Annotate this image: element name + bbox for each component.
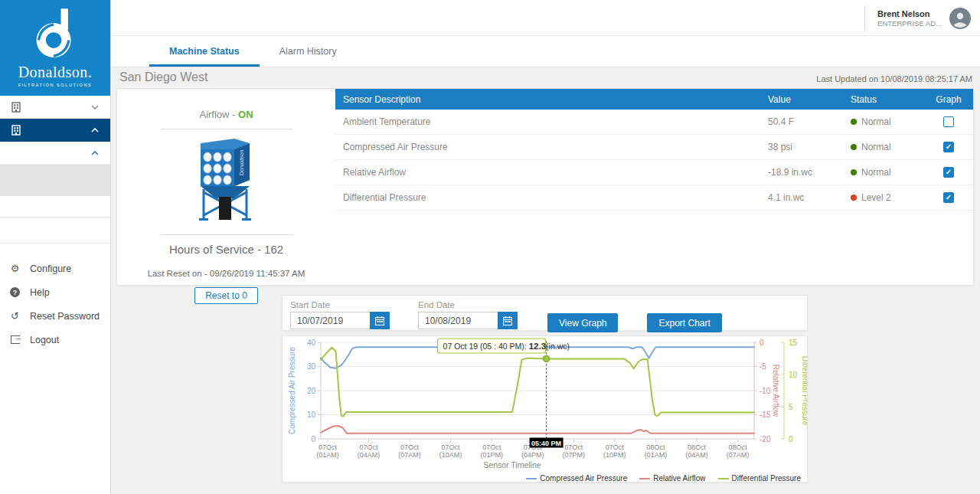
sidebar-item-label: Help <box>30 287 50 298</box>
date-range-panel: Start Date End Date <box>282 295 808 331</box>
left-axis-tick-label: 30 <box>307 362 316 371</box>
sidebar-item-label: Configure <box>30 263 71 274</box>
x-tick-label: 07Oct <box>564 443 583 451</box>
differential-tick-label: 5 <box>789 403 793 411</box>
tab-alarm-history[interactable]: Alarm History <box>260 36 357 67</box>
graph-checkbox[interactable] <box>943 116 954 127</box>
cell-sensor-description: Differential Pressure <box>335 192 768 203</box>
status-label: Level 2 <box>861 192 891 203</box>
status-label: Normal <box>861 167 891 178</box>
sidebar-spacer <box>0 218 110 244</box>
cell-value: 38 psi <box>768 142 851 152</box>
graph-checkbox[interactable]: ✓ <box>943 142 954 152</box>
end-date-input[interactable] <box>418 312 498 329</box>
sidebar-item-company[interactable] <box>0 96 110 119</box>
x-axis-title: Sensor Timeline <box>483 460 541 469</box>
x-tick-label: (10AM) <box>439 451 462 459</box>
user-role: ENTERPRISE AD... <box>877 19 942 28</box>
reset-icon: ↺ <box>9 310 21 322</box>
cell-graph: ✓ <box>924 142 973 152</box>
sidebar-item-selected-machine[interactable] <box>0 165 110 196</box>
x-tick-label: 07Oct <box>482 443 501 451</box>
left-axis-tick-label: 20 <box>307 387 316 395</box>
x-tick-label: (04AM) <box>358 451 381 459</box>
relative-airflow-tick-label: -5 <box>760 362 766 371</box>
cell-sensor-description: Ambient Temperature <box>335 116 768 127</box>
x-tick-label: (01AM) <box>645 451 668 459</box>
table-body: Ambient Temperature50.4 FNormalCompresse… <box>335 110 973 211</box>
reset-to-zero-button[interactable]: Reset to 0 <box>194 287 258 304</box>
relative-airflow-axis-title: Relative Airflow <box>772 365 780 417</box>
legend-label: Compressed Air Pressure <box>540 474 627 483</box>
help-icon: ? <box>9 286 21 298</box>
topbar: Brent Nelson ENTERPRISE AD... <box>111 0 980 36</box>
legend-item[interactable]: Relative Airflow <box>639 474 705 483</box>
table-row: Relative Airflow-18.9 in.wcNormal✓ <box>335 160 973 185</box>
gear-icon: ⚙ <box>9 263 21 274</box>
legend-item[interactable]: Differential Pressure <box>718 474 801 483</box>
help-icon: ? <box>10 287 20 297</box>
sidebar-item-site[interactable] <box>0 119 110 142</box>
x-tick-label: 07Oct <box>359 443 378 451</box>
cell-sensor-description: Compressed Air Pressure <box>335 142 768 152</box>
left-axis-title: Compressed Air Pressure <box>288 347 296 434</box>
differential-tick-label: 0 <box>789 435 793 443</box>
user-name: Brent Nelson <box>877 9 942 18</box>
legend-swatch <box>718 478 729 479</box>
status-dot <box>851 144 857 150</box>
start-date-calendar-button[interactable] <box>370 312 390 329</box>
tab-machine-status[interactable]: Machine Status <box>149 36 260 67</box>
sidebar-item-configure[interactable]: ⚙Configure <box>0 257 110 280</box>
divider <box>864 5 865 31</box>
chevron-up-icon <box>91 151 99 155</box>
end-date-group: End Date <box>418 300 537 329</box>
differential-pressure-axis-title: Differential Pressure <box>801 356 807 426</box>
building-icon <box>11 125 21 136</box>
x-tick-label: (01AM) <box>316 451 339 459</box>
status-label: Normal <box>861 142 891 152</box>
sensor-timeline-chart[interactable]: 0102030400-5-10-15-20151050Compressed Ai… <box>283 336 807 471</box>
cell-value: 4.1 in.wc <box>768 192 851 203</box>
x-tick-label: 07Oct <box>442 443 461 451</box>
hover-marker <box>544 355 550 362</box>
table-row: Differential Pressure4.1 in.wcLevel 2✓ <box>335 185 973 211</box>
cell-value: -18.9 in.wc <box>768 167 851 178</box>
dust-collector-image: Donaldson <box>190 136 263 223</box>
sidebar-item-machine-group[interactable] <box>0 142 110 165</box>
table-header: Sensor Description Value Status Graph <box>335 89 973 110</box>
collector-column: Airflow - ON Donaldson <box>117 89 335 285</box>
avatar[interactable] <box>949 8 971 29</box>
sidebar-item-logout[interactable]: Logout <box>0 328 110 352</box>
brand-name: Donaldson. <box>18 64 93 81</box>
legend-label: Relative Airflow <box>653 474 705 483</box>
x-tick-label: (04AM) <box>685 451 708 459</box>
x-tick-label: (01PM) <box>480 451 503 459</box>
calendar-icon <box>375 316 384 326</box>
relative-airflow-tick-label: 0 <box>760 339 764 347</box>
sidebar-item-reset-password[interactable]: ↺Reset Password <box>0 304 110 328</box>
header-value: Value <box>768 94 851 105</box>
x-tick-label: 07Oct <box>400 443 420 451</box>
table-row: Compressed Air Pressure38 psiNormal✓ <box>335 135 973 160</box>
sensor-table: Sensor Description Value Status Graph Am… <box>335 89 973 211</box>
start-date-input[interactable] <box>290 312 370 329</box>
view-graph-button[interactable]: View Graph <box>547 313 618 332</box>
sidebar-item-help[interactable]: ?Help <box>0 280 110 304</box>
x-tick-label: (07PM) <box>563 451 586 459</box>
status-dot <box>851 169 857 175</box>
header-graph: Graph <box>924 94 973 105</box>
user-block[interactable]: Brent Nelson ENTERPRISE AD... <box>864 4 971 32</box>
x-tick-label: (10PM) <box>603 451 626 459</box>
last-reset: Last Reset on - 09/26/2019 11:45:37 AM <box>117 269 335 278</box>
legend-item[interactable]: Compressed Air Pressure <box>526 474 627 483</box>
export-chart-button[interactable]: Export Chart <box>647 313 721 332</box>
brand-logo: Donaldson. FILTRATION SOLUTIONS <box>0 0 110 96</box>
graph-checkbox[interactable]: ✓ <box>943 167 954 178</box>
graph-checkbox[interactable]: ✓ <box>943 192 954 203</box>
x-tick-label: 08Oct <box>688 443 707 451</box>
sidebar-item-label: Logout <box>30 335 59 345</box>
end-date-calendar-button[interactable] <box>498 312 518 329</box>
series-relative-airflow <box>321 426 754 433</box>
sidebar-footer: ⚙Configure?Help↺Reset PasswordLogout <box>0 257 110 352</box>
crosshair-time-label: 05:40 PM <box>531 440 561 447</box>
